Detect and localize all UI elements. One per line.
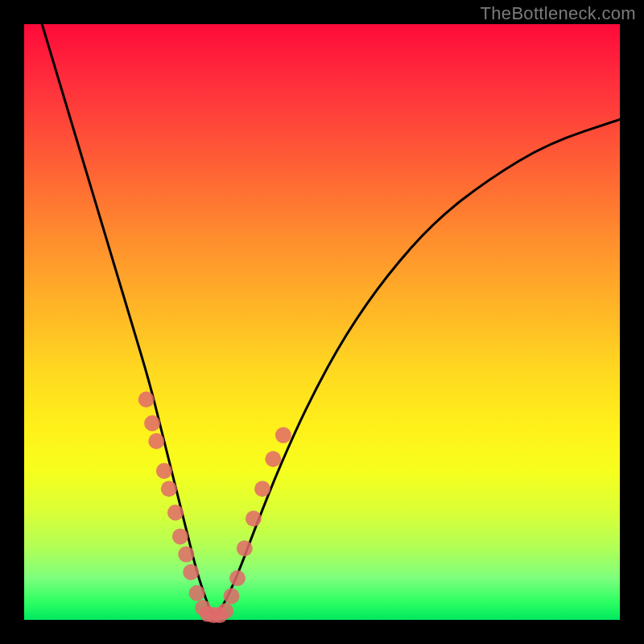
data-marker <box>138 391 155 407</box>
data-marker <box>183 564 199 580</box>
data-marker <box>167 505 184 521</box>
plot-area <box>24 24 620 620</box>
watermark-text: TheBottleneck.com <box>481 3 636 24</box>
data-marker <box>161 481 177 497</box>
data-marker <box>156 463 172 479</box>
chart-svg <box>24 24 620 620</box>
data-marker <box>275 427 291 444</box>
chart-frame: TheBottleneck.com <box>0 0 644 644</box>
bottleneck-curve <box>42 24 620 614</box>
data-marker <box>172 528 188 544</box>
data-marker <box>178 547 194 563</box>
data-marker <box>229 570 246 586</box>
data-marker <box>246 510 262 526</box>
data-marker <box>224 588 240 604</box>
data-marker <box>189 585 205 601</box>
data-marker <box>265 451 281 467</box>
data-marker <box>254 481 270 497</box>
data-marker <box>144 415 160 431</box>
data-marker <box>237 540 253 556</box>
data-marker <box>217 603 233 619</box>
data-marker <box>148 433 164 449</box>
